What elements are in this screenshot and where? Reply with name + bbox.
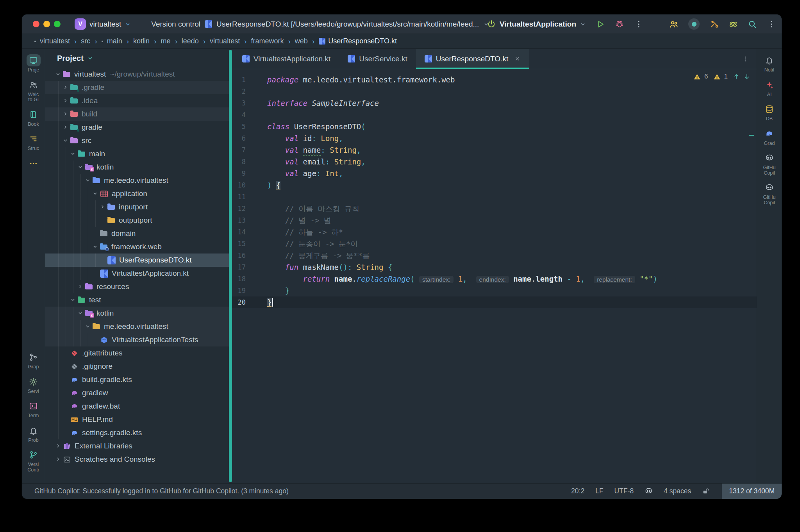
chevron-collapsed-icon[interactable] — [62, 84, 70, 91]
next-problem-icon[interactable] — [743, 73, 750, 80]
tree-item[interactable]: gradlew.bat — [45, 400, 229, 413]
tree-item[interactable]: application — [45, 187, 229, 200]
chevron-collapsed-icon[interactable] — [62, 124, 70, 130]
left-toolwindow-welcome[interactable]: Welcto Gi — [27, 79, 41, 103]
project-panel-header[interactable]: Project — [45, 49, 229, 68]
code-with-me-icon[interactable] — [669, 20, 679, 29]
chevron-expanded-icon[interactable] — [77, 164, 85, 170]
tree-item[interactable]: inputport — [45, 200, 229, 214]
memory-indicator[interactable]: 1312 of 3400M — [722, 484, 782, 499]
tree-item[interactable]: build.gradle.kts — [45, 373, 229, 386]
breadcrumb-item[interactable]: virtualtest — [40, 37, 70, 45]
settings-kebab-icon[interactable] — [767, 20, 776, 29]
tree-item[interactable]: src — [45, 134, 229, 147]
right-toolwindow-notifications[interactable]: Notif — [762, 54, 777, 73]
right-toolwindow-github-copilot-chat[interactable]: GitHuCopil — [762, 182, 777, 205]
inspection-widget[interactable]: 6 1 — [693, 73, 750, 80]
editor[interactable]: 1package me.leedo.virtualtest.framework.… — [232, 69, 757, 483]
tree-item[interactable]: gradlew — [45, 386, 229, 400]
tree-item[interactable]: build — [45, 107, 229, 121]
tab-options-kebab-icon[interactable] — [734, 54, 757, 64]
tree-item[interactable]: VirtualtestApplication.kt — [45, 267, 229, 280]
left-toolwindow-more[interactable] — [27, 157, 41, 171]
breadcrumb-item[interactable]: virtualtest — [210, 37, 240, 45]
editor-tab[interactable]: UserResponseDTO.kt — [416, 49, 530, 69]
run-button[interactable] — [596, 20, 605, 29]
code-area[interactable]: 1package me.leedo.virtualtest.framework.… — [232, 69, 757, 308]
tree-item[interactable]: HELP.md — [45, 413, 229, 426]
cursor-position[interactable]: 20:2 — [571, 487, 584, 495]
right-toolwindow-database[interactable]: DB — [762, 103, 777, 122]
tree-item[interactable]: outputport — [45, 214, 229, 227]
build-tools-icon[interactable] — [709, 20, 719, 29]
project-widget[interactable]: V virtualtest — [75, 18, 131, 30]
tree-item[interactable]: virtualtest~/growup/virtualtest — [45, 68, 229, 81]
tree-item[interactable]: .gitattributes — [45, 346, 229, 360]
left-toolwindow-bookmarks[interactable]: Book — [27, 109, 41, 127]
chevron-collapsed-icon[interactable] — [55, 443, 63, 449]
breadcrumb-item[interactable]: leedo — [182, 37, 199, 45]
left-toolwindow-project[interactable]: Proje — [27, 54, 41, 73]
chevron-expanded-icon[interactable] — [70, 151, 78, 157]
tree-item[interactable]: Kkotlin — [45, 307, 229, 320]
line-separator[interactable]: LF — [595, 487, 603, 495]
chevron-expanded-icon[interactable] — [92, 244, 100, 250]
breadcrumb-item[interactable]: src — [81, 37, 90, 45]
tree-item[interactable]: VirtualtestApplicationTests — [45, 333, 229, 346]
zoom-window-button[interactable] — [54, 21, 61, 27]
tree-item[interactable]: framework.web — [45, 240, 229, 254]
tree-item[interactable]: resources — [45, 280, 229, 293]
previous-problem-icon[interactable] — [733, 73, 740, 80]
panel-scrollbar[interactable] — [229, 50, 232, 482]
chevron-collapsed-icon[interactable] — [55, 456, 63, 462]
copilot-status-icon[interactable] — [645, 487, 653, 495]
left-toolwindow-graph[interactable]: Grap — [27, 351, 41, 370]
chevron-expanded-icon[interactable] — [92, 191, 100, 197]
status-message[interactable]: GitHub Copilot: Successfully logged in t… — [34, 487, 289, 495]
indent-style[interactable]: 4 spaces — [664, 487, 691, 495]
chevron-expanded-icon[interactable] — [70, 297, 78, 303]
file-encoding[interactable]: UTF-8 — [614, 487, 634, 495]
atom-icon[interactable] — [729, 20, 738, 29]
breadcrumb-item[interactable]: framework — [251, 37, 284, 45]
close-tab-icon[interactable] — [514, 55, 521, 62]
breadcrumb-item[interactable]: kotlin — [133, 37, 150, 45]
breadcrumb-item[interactable]: me — [161, 37, 170, 45]
chevron-expanded-icon[interactable] — [85, 177, 93, 184]
tree-item[interactable]: me.leedo.virtualtest — [45, 320, 229, 333]
chevron-expanded-icon[interactable] — [85, 323, 93, 330]
breadcrumb-item[interactable]: main — [107, 37, 122, 45]
left-toolwindow-problems[interactable]: Prob — [27, 425, 41, 443]
breadcrumb-item[interactable]: UserResponseDTO.kt — [319, 37, 397, 45]
right-toolwindow-ai-assistant[interactable]: AI — [762, 79, 777, 98]
close-window-button[interactable] — [33, 21, 39, 27]
tree-item[interactable]: .gitignore — [45, 360, 229, 373]
minimize-window-button[interactable] — [43, 21, 50, 27]
tree-item[interactable]: test — [45, 293, 229, 307]
breadcrumb-item[interactable]: web — [295, 37, 308, 45]
right-toolwindow-github-copilot[interactable]: GitHuCopil — [762, 152, 777, 176]
tree-item[interactable]: main — [45, 147, 229, 161]
unlock-icon[interactable] — [702, 487, 709, 495]
search-everywhere-icon[interactable] — [748, 20, 757, 29]
chevron-collapsed-icon[interactable] — [77, 284, 85, 290]
more-actions-kebab-icon[interactable] — [634, 20, 643, 29]
chevron-expanded-icon[interactable] — [77, 310, 85, 316]
tree-item[interactable]: me.leedo.virtualtest — [45, 174, 229, 187]
version-control-widget[interactable]: Version control — [151, 20, 210, 29]
chevron-expanded-icon[interactable] — [62, 137, 70, 144]
left-toolwindow-version-control[interactable]: VersiContr — [27, 449, 41, 473]
tree-item[interactable]: domain — [45, 227, 229, 240]
chevron-collapsed-icon[interactable] — [100, 204, 107, 210]
tree-item[interactable]: Scratches and Consoles — [45, 453, 229, 466]
tree-item[interactable]: .idea — [45, 94, 229, 107]
tree-item[interactable]: UserResponseDTO.kt — [45, 254, 229, 267]
left-toolwindow-services[interactable]: Servi — [27, 376, 41, 395]
tree-item[interactable]: .gradle — [45, 81, 229, 94]
tree-item[interactable]: settings.gradle.kts — [45, 426, 229, 439]
tree-item[interactable]: Kkotlin — [45, 161, 229, 174]
left-toolwindow-terminal[interactable]: Term — [27, 400, 41, 419]
tree-item[interactable]: gradle — [45, 121, 229, 134]
chevron-collapsed-icon[interactable] — [62, 98, 70, 104]
chevron-expanded-icon[interactable] — [55, 71, 63, 77]
